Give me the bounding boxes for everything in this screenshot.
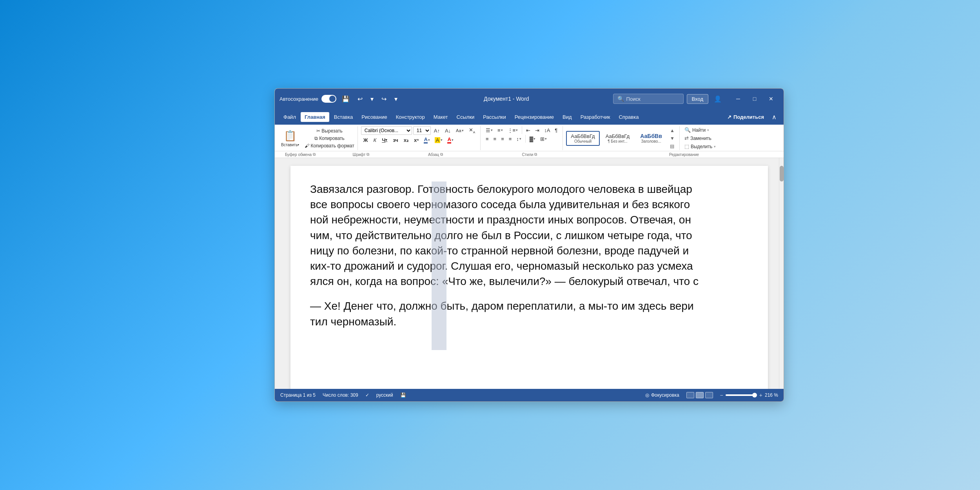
grow-font-button[interactable]: A↑ xyxy=(432,127,442,134)
menu-review[interactable]: Рецензирование xyxy=(511,112,558,122)
check-icon[interactable]: ✓ xyxy=(365,392,369,398)
replace-button[interactable]: ⇄ Заменить xyxy=(683,134,728,142)
zoom-handle[interactable] xyxy=(752,393,757,397)
align-right-button[interactable]: ≡ xyxy=(499,135,506,143)
shading-button[interactable]: ▓▾ xyxy=(528,135,537,143)
menu-help[interactable]: Справка xyxy=(615,112,642,122)
view-web-icon[interactable] xyxy=(705,392,713,398)
subscript-button[interactable]: х₂ xyxy=(401,136,411,144)
style-heading1[interactable]: АаБбВв Заголово... xyxy=(635,131,667,145)
language-status[interactable]: русский xyxy=(376,392,393,398)
decrease-indent-button[interactable]: ⇤ xyxy=(524,127,532,134)
align-center-button[interactable]: ≡ xyxy=(492,135,499,143)
font-family-select[interactable]: Calibri (Основ... xyxy=(361,126,412,135)
view-read-icon[interactable] xyxy=(696,392,704,398)
sort-button[interactable]: ↕A xyxy=(542,127,552,134)
paragraph-expand-icon[interactable]: ⧉ xyxy=(440,152,443,157)
select-dropdown[interactable]: ▾ xyxy=(714,145,716,149)
find-dropdown[interactable]: ▾ xyxy=(707,128,709,132)
undo-icon[interactable]: ↩ xyxy=(355,94,365,104)
styles-scroll-down[interactable]: ▼ xyxy=(668,135,676,142)
font-group: Calibri (Основ... 11 A↑ A↓ Аа▾ ✕A Ж К Ч▾ xyxy=(358,126,481,150)
document-scroll[interactable]: Завязался разговор. Готовность белокурог… xyxy=(275,158,784,389)
styles-expand[interactable]: ▤ xyxy=(668,143,676,150)
align-left-button[interactable]: ≡ xyxy=(484,135,491,143)
zoom-percent[interactable]: 216 % xyxy=(765,392,778,398)
font-label[interactable]: Шрифт ⧉ xyxy=(326,152,396,157)
search-input[interactable] xyxy=(626,96,673,102)
share-button[interactable]: ↗ Поделиться xyxy=(722,113,769,122)
menu-view[interactable]: Вид xyxy=(559,112,576,122)
profile-icon[interactable]: 👤 xyxy=(711,94,724,104)
justify-button[interactable]: ≡ xyxy=(507,135,514,143)
clipboard-expand-icon[interactable]: ⧉ xyxy=(313,152,316,157)
menu-developer[interactable]: Разработчик xyxy=(577,112,614,122)
paragraph-label[interactable]: Абзац ⧉ xyxy=(396,152,475,157)
increase-indent-button[interactable]: ⇥ xyxy=(533,127,541,134)
copy-button[interactable]: ⧉ Копировать xyxy=(303,135,356,142)
login-button[interactable]: Вход xyxy=(687,94,708,104)
clear-format-button[interactable]: ✕A xyxy=(467,126,477,135)
font-size-select[interactable]: 11 xyxy=(413,126,431,135)
bold-button[interactable]: Ж xyxy=(361,136,370,144)
styles-label[interactable]: Стили ⧉ xyxy=(475,152,584,157)
shrink-font-button[interactable]: A↓ xyxy=(443,127,453,134)
strikethrough-button[interactable]: зч xyxy=(390,136,401,144)
text-color-button[interactable]: A ▾ xyxy=(445,136,455,144)
font-expand-icon[interactable]: ⧉ xyxy=(367,152,369,157)
cut-button[interactable]: ✂ Вырезать xyxy=(303,127,356,134)
find-button[interactable]: 🔍 Найти ▾ xyxy=(683,126,728,134)
menu-file[interactable]: Файл xyxy=(279,112,300,122)
style-normal-preview: АаБбВвГд xyxy=(571,133,595,139)
menu-design[interactable]: Конструктор xyxy=(392,112,429,122)
styles-scroll-up[interactable]: ▲ xyxy=(668,127,676,134)
undo-arrow-icon[interactable]: ▾ xyxy=(368,94,376,104)
zoom-out-button[interactable]: − xyxy=(720,392,723,398)
paste-button[interactable]: 📋 Вставить ▾ xyxy=(278,128,302,149)
show-marks-button[interactable]: ¶ xyxy=(553,127,559,134)
bullets-button[interactable]: ☰▾ xyxy=(484,127,495,134)
italic-button[interactable]: К xyxy=(371,136,379,144)
zoom-in-button[interactable]: + xyxy=(759,392,762,398)
maximize-button[interactable]: □ xyxy=(747,93,762,105)
styles-expand-icon[interactable]: ⧉ xyxy=(534,152,537,157)
style-no-spacing[interactable]: АаБбВвГд ¶ Без инт... xyxy=(601,131,634,145)
zoom-slider[interactable] xyxy=(726,394,757,396)
view-print-icon[interactable] xyxy=(686,392,694,398)
document-page[interactable]: Завязался разговор. Готовность белокурог… xyxy=(290,166,768,389)
save-icon[interactable]: 💾 xyxy=(339,94,352,104)
menu-home[interactable]: Главная xyxy=(301,112,329,122)
font-color-button[interactable]: А ▾ xyxy=(422,136,432,144)
format-painter-button[interactable]: 🖌 Копировать формат xyxy=(303,142,356,149)
redo-icon[interactable]: ↪ xyxy=(379,94,389,104)
highlight-button[interactable]: A ▾ xyxy=(433,136,445,144)
select-button[interactable]: ⬚ Выделить ▾ xyxy=(683,143,728,150)
underline-button[interactable]: Ч▾ xyxy=(379,136,390,144)
autosave-toggle[interactable] xyxy=(321,95,336,103)
change-case-button[interactable]: Аа▾ xyxy=(454,127,466,134)
menu-mailings[interactable]: Рассылки xyxy=(479,112,510,122)
save-icon-status[interactable]: 💾 xyxy=(400,392,406,398)
borders-button[interactable]: ⊞▾ xyxy=(538,135,549,143)
collapse-ribbon-icon[interactable]: ∧ xyxy=(769,112,779,122)
word-count[interactable]: Число слов: 309 xyxy=(323,392,358,398)
scrollbar-vertical[interactable] xyxy=(779,158,784,389)
clipboard-label[interactable]: Буфер обмена ⧉ xyxy=(275,152,326,157)
multilevel-button[interactable]: ⋮≡▾ xyxy=(506,127,520,134)
numbering-button[interactable]: ≡▾ xyxy=(495,127,505,134)
menu-references[interactable]: Ссылки xyxy=(453,112,479,122)
menu-insert[interactable]: Вставка xyxy=(330,112,357,122)
superscript-button[interactable]: хⁿ xyxy=(412,136,421,144)
line-spacing-button[interactable]: ↕▾ xyxy=(514,135,523,143)
minimize-button[interactable]: ─ xyxy=(730,93,746,105)
scrollbar-thumb[interactable] xyxy=(780,166,784,181)
style-normal[interactable]: АаБбВвГд Обычный xyxy=(566,131,599,146)
menu-draw[interactable]: Рисование xyxy=(358,112,391,122)
focus-button[interactable]: ◎ Фокусировка xyxy=(645,392,679,398)
document-text[interactable]: Завязался разговор. Готовность белокурог… xyxy=(310,181,748,329)
customize-icon[interactable]: ▾ xyxy=(392,94,400,104)
menu-layout[interactable]: Макет xyxy=(430,112,452,122)
window-title: Документ1 - Word xyxy=(484,96,529,102)
close-button[interactable]: ✕ xyxy=(763,93,779,105)
page-count[interactable]: Страница 1 из 5 xyxy=(280,392,316,398)
